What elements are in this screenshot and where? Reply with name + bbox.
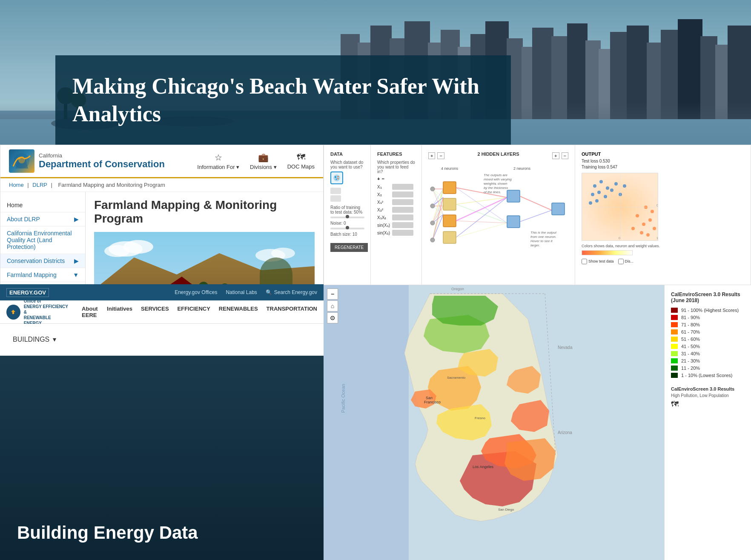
eere-efficiency-link[interactable]: EFFICIENCY <box>178 306 210 318</box>
nn-discretize-text: Dis... <box>625 259 634 263</box>
svg-text:Fresno: Fresno <box>475 416 485 420</box>
svg-text:larger.: larger. <box>530 243 540 247</box>
eere-logo: Office of ENERGY EFFICIENCY & RENEWABLE … <box>6 298 69 326</box>
map-minus-btn[interactable]: − <box>327 289 338 300</box>
eere-transportation-link[interactable]: TRANSPORTATION <box>267 306 317 318</box>
nn-dataset-icon[interactable] <box>330 171 343 184</box>
legend-label-81-90: 81 - 90% <box>681 315 700 320</box>
legend-color-81-90 <box>671 315 678 320</box>
nn-noise-slider[interactable] <box>330 228 364 229</box>
eere-renewables-link[interactable]: RENEWABLES <box>219 306 258 318</box>
eere-initiatives-link[interactable]: Initiatives <box>107 306 132 318</box>
hero-title: Making Chicago's Beach Water Safer With … <box>72 72 494 128</box>
nn-feature-x1sq: X₁² <box>377 199 415 205</box>
svg-point-51 <box>334 175 340 181</box>
legend-results-section: CalEnviroScreen 3.0 Results High Polluti… <box>671 386 745 409</box>
svg-text:Francisco: Francisco <box>424 400 441 404</box>
energy-bar-links: Energy.gov Offices National Labs 🔍 Searc… <box>175 289 317 295</box>
nn-feature-sinx2: sin(X₂) <box>377 230 415 236</box>
svg-point-73 <box>430 204 435 208</box>
energy-offices-link[interactable]: Energy.gov Offices <box>175 289 217 295</box>
sidebar-about-dlrp-arrow: ▶ <box>74 216 79 223</box>
svg-point-48 <box>104 245 130 257</box>
doc-maps-nav[interactable]: 🗺 DOC Maps <box>287 152 315 170</box>
california-text: California <box>39 152 165 159</box>
svg-point-118 <box>648 218 652 222</box>
nn-plus-l1[interactable]: + <box>428 152 435 159</box>
nn-checkboxes: Show test data Dis... <box>582 259 744 264</box>
sidebar-about-dlrp-label: About DLRP <box>7 216 40 223</box>
sidebar-conservation-districts[interactable]: Conservation Districts ▶ <box>0 254 85 268</box>
nn-plus-l2[interactable]: + <box>552 152 559 159</box>
svg-text:0: 0 <box>619 237 620 240</box>
energy-search[interactable]: 🔍 Search Energy.gov <box>266 289 317 295</box>
nn-feature-x1: X₁ <box>377 184 415 190</box>
svg-rect-78 <box>443 215 456 227</box>
svg-rect-17 <box>585 40 601 119</box>
nn-minus-l2[interactable]: − <box>562 152 568 159</box>
nn-small-icons <box>330 188 364 202</box>
buildings-menu-item[interactable]: BUILDINGS ▾ <box>13 335 56 343</box>
svg-rect-92 <box>552 203 565 215</box>
sidebar-ceqa-label: California Environmental Quality Act (La… <box>7 230 79 250</box>
national-labs-link[interactable]: National Labs <box>226 289 257 295</box>
breadcrumb-home[interactable]: Home <box>9 182 24 188</box>
svg-point-50 <box>271 248 295 259</box>
divisions-nav[interactable]: 💼 Divisions ▾ <box>250 152 277 170</box>
svg-text:mixed with varying: mixed with varying <box>484 177 512 181</box>
legend-color-31-40 <box>671 351 678 356</box>
sidebar-about-dlrp[interactable]: About DLRP ▶ <box>0 212 85 226</box>
doc-logo-text: California Department of Conservation <box>39 152 165 170</box>
nn-features-title: FEATURES <box>377 151 415 157</box>
svg-point-115 <box>623 184 626 188</box>
nn-discretize-checkbox[interactable] <box>618 259 624 264</box>
legend-item-71-80: 71 - 80% <box>671 322 745 327</box>
eere-services-link[interactable]: SERVICES <box>141 306 169 318</box>
svg-rect-22 <box>661 30 680 119</box>
svg-line-83 <box>456 204 507 223</box>
breadcrumb: Home | DLRP | Farmland Mapping and Monit… <box>0 178 323 192</box>
nn-regenerate-button[interactable]: REGENERATE <box>330 243 368 252</box>
information-for-nav[interactable]: ☆ Information For ▾ <box>197 152 239 170</box>
farmland-title: Farmland Mapping & Monitoring Program <box>94 198 315 226</box>
nn-show-test-checkbox[interactable] <box>582 259 587 264</box>
sidebar-farmland-mapping[interactable]: Farmland Mapping ▼ <box>0 268 85 282</box>
breadcrumb-dlrp[interactable]: DLRP <box>32 182 47 188</box>
nn-output-section: OUTPUT Test loss 0.530 Training loss 0.5… <box>575 145 751 285</box>
energy-gov-logo[interactable]: ENERGY.GOV <box>6 288 49 297</box>
eere-nav: Office of ENERGY EFFICIENCY & RENEWABLE … <box>0 300 324 324</box>
nn-feature-bar-sinx1 <box>392 222 413 228</box>
svg-text:Hover to see it: Hover to see it <box>530 239 553 243</box>
svg-point-52 <box>335 176 336 178</box>
nn-color-gradient <box>582 250 633 255</box>
svg-point-122 <box>653 227 656 230</box>
svg-text:Pacific Ocean: Pacific Ocean <box>341 384 346 413</box>
svg-point-107 <box>591 193 594 196</box>
nn-minus-l1[interactable]: − <box>437 152 444 159</box>
legend-color-1-10 <box>671 373 678 378</box>
legend-color-51-60 <box>671 337 678 342</box>
legend-color-61-70 <box>671 329 678 334</box>
nn-features-section: FEATURES Which properties do you want to… <box>371 145 422 285</box>
svg-point-54 <box>336 179 337 180</box>
svg-point-120 <box>640 231 643 234</box>
legend-item-11-20: 11 - 20% <box>671 366 745 371</box>
legend-item-51-60: 51 - 60% <box>671 337 745 342</box>
legend-item-21-30: 21 - 30% <box>671 358 745 363</box>
map-home-btn[interactable]: ⌂ <box>327 300 338 311</box>
svg-text:This is the output: This is the output <box>530 231 557 234</box>
svg-text:by the thickness: by the thickness <box>484 186 508 190</box>
nn-minus-icon: − <box>381 176 384 181</box>
nn-ratio-slider[interactable] <box>330 217 364 218</box>
legend-item-41-50: 41 - 50% <box>671 344 745 349</box>
svg-text:Sacramento: Sacramento <box>447 376 466 380</box>
map-target-btn[interactable]: ⊙ <box>327 312 338 323</box>
sidebar-ceqa[interactable]: California Environmental Quality Act (La… <box>0 226 85 254</box>
sidebar-farmland-arrow: ▼ <box>73 271 79 278</box>
svg-text:San Diego: San Diego <box>498 508 514 511</box>
sidebar-home[interactable]: Home <box>0 198 85 212</box>
svg-point-119 <box>631 227 635 230</box>
eere-about-link[interactable]: About EERE <box>82 306 98 318</box>
nn-output-title: OUTPUT <box>582 151 744 157</box>
legend-results-subtitle: High Pollution, Low Population <box>671 393 745 398</box>
